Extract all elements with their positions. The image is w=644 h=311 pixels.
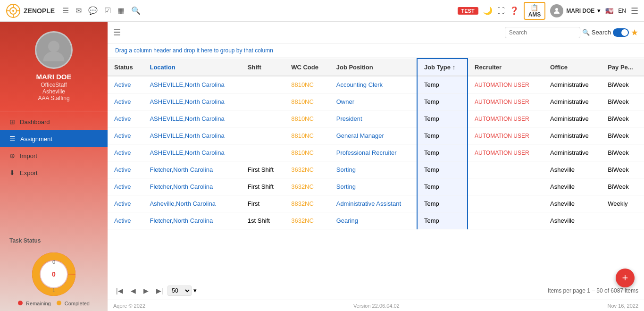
col-header-job-type[interactable]: Job Type ↑ bbox=[417, 59, 468, 76]
cell-pay-period: BiWeek bbox=[601, 127, 644, 144]
import-icon: ⊕ bbox=[9, 152, 15, 160]
avatar-icon bbox=[552, 7, 561, 15]
cell-wc-code: 3632NC bbox=[284, 161, 330, 178]
table-row: Active Fletcher,North Carolina First Shi… bbox=[108, 161, 644, 178]
logo[interactable]: ZENOPLE bbox=[6, 3, 55, 18]
search-container: 🔍 Search ★ bbox=[505, 27, 638, 38]
table-row: Active Fletcher,North Carolina 1st Shift… bbox=[108, 212, 644, 229]
table-header: Status Location Shift WC Code Job Positi… bbox=[108, 59, 644, 76]
calendar-icon[interactable]: ▦ bbox=[117, 6, 125, 15]
sidebar-item-dashboard[interactable]: ⊞ Dashboard bbox=[0, 113, 108, 130]
col-header-shift[interactable]: Shift bbox=[241, 59, 284, 76]
cell-job-position: Owner bbox=[330, 93, 417, 110]
cell-job-type: Temp bbox=[417, 212, 468, 229]
sidebar-item-label-export: Export bbox=[20, 169, 38, 177]
legend-remaining: Remaining bbox=[18, 301, 51, 306]
help-icon[interactable]: ❓ bbox=[510, 6, 519, 15]
last-page-button[interactable]: ▶| bbox=[153, 285, 166, 296]
cell-pay-period: BiWeek bbox=[601, 178, 644, 195]
table-row: Active ASHEVILLE,North Carolina 8810NC P… bbox=[108, 110, 644, 127]
col-header-pay-period[interactable]: Pay Pe... bbox=[601, 59, 644, 76]
cell-location: ASHEVILLE,North Carolina bbox=[143, 144, 241, 161]
cell-status: Active bbox=[108, 212, 143, 229]
more-menu-icon[interactable]: ☰ bbox=[631, 6, 638, 16]
cell-shift bbox=[241, 144, 284, 161]
col-header-job-position[interactable]: Job Position bbox=[330, 59, 417, 76]
cell-status: Active bbox=[108, 76, 143, 93]
svg-point-2 bbox=[12, 10, 14, 12]
ams-label: AMS bbox=[528, 11, 541, 18]
col-header-location[interactable]: Location bbox=[143, 59, 241, 76]
cell-shift bbox=[241, 76, 284, 93]
content-header: ☰ 🔍 Search ★ bbox=[108, 22, 644, 43]
cell-office: Administrative bbox=[544, 127, 601, 144]
logo-text: ZENOPLE bbox=[24, 7, 55, 15]
tasks-icon[interactable]: ☑ bbox=[104, 6, 111, 15]
search-input[interactable] bbox=[505, 27, 580, 38]
donut-top-label: 0 bbox=[52, 259, 55, 265]
first-page-button[interactable]: |◀ bbox=[113, 285, 126, 296]
donut-container: 0 0 1 bbox=[30, 251, 77, 298]
prev-page-button[interactable]: ◀ bbox=[128, 285, 139, 296]
page-size-dropdown-icon: ▾ bbox=[193, 287, 197, 294]
cell-recruiter: AUTOMATION USER bbox=[468, 93, 544, 110]
table-container[interactable]: Drag a column header and drop it here to… bbox=[108, 43, 644, 281]
donut-center-label: 0 bbox=[52, 270, 56, 278]
col-header-status[interactable]: Status bbox=[108, 59, 143, 76]
col-header-wc-code[interactable]: WC Code bbox=[284, 59, 330, 76]
favorite-star-icon[interactable]: ★ bbox=[631, 27, 638, 38]
cell-location: ASHEVILLE,North Carolina bbox=[143, 110, 241, 127]
user-section[interactable]: MARI DOE ▾ bbox=[550, 4, 601, 17]
search-toggle[interactable] bbox=[613, 28, 629, 37]
cell-wc-code: 8832NC bbox=[284, 195, 330, 212]
cell-office: Administrative bbox=[544, 144, 601, 161]
sidebar-item-label-import: Import bbox=[20, 152, 37, 160]
profile-company: AAA Staffing bbox=[38, 95, 69, 101]
chat-icon[interactable]: 💬 bbox=[88, 6, 98, 15]
test-badge: TEST bbox=[458, 7, 478, 15]
sidebar-item-export[interactable]: ⬇ Export bbox=[0, 164, 108, 181]
cell-pay-period: BiWeek bbox=[601, 161, 644, 178]
cell-shift: First bbox=[241, 195, 284, 212]
cell-office: Asheville bbox=[544, 212, 601, 229]
cell-recruiter: AUTOMATION USER bbox=[468, 127, 544, 144]
page-size-select[interactable]: 50 25 100 bbox=[167, 286, 192, 296]
cell-wc-code: 8810NC bbox=[284, 93, 330, 110]
cell-location: ASHEVILLE,North Carolina bbox=[143, 76, 241, 93]
search-nav-icon[interactable]: 🔍 bbox=[131, 6, 141, 15]
flag-icon: 🇺🇸 bbox=[605, 7, 613, 15]
task-status-title: Task Status bbox=[0, 232, 108, 246]
mail-icon[interactable]: ✉ bbox=[75, 6, 82, 15]
cell-job-position: General Manager bbox=[330, 127, 417, 144]
sidebar-item-import[interactable]: ⊕ Import bbox=[0, 147, 108, 164]
profile-location: Asheville bbox=[42, 88, 65, 95]
cell-office: Asheville bbox=[544, 195, 601, 212]
next-page-button[interactable]: ▶ bbox=[141, 285, 151, 296]
user-avatar-small bbox=[550, 4, 563, 17]
sidebar-item-assignment[interactable]: ☰ Assignment bbox=[0, 130, 108, 147]
col-header-recruiter[interactable]: Recruiter bbox=[468, 59, 544, 76]
cell-office: Asheville bbox=[544, 161, 601, 178]
main-layout: MARI DOE OfficeStaff Asheville AAA Staff… bbox=[0, 22, 644, 311]
ams-button[interactable]: 📋 AMS bbox=[524, 2, 546, 20]
dashboard-icon: ⊞ bbox=[9, 118, 15, 126]
cell-job-type: Temp bbox=[417, 178, 468, 195]
cell-status: Active bbox=[108, 161, 143, 178]
avatar bbox=[35, 31, 73, 69]
donut-chart: 0 0 1 Remaining Completed bbox=[0, 246, 108, 311]
cell-wc-code: 8810NC bbox=[284, 144, 330, 161]
cell-location: ASHEVILLE,North Carolina bbox=[143, 127, 241, 144]
cell-pay-period: BiWeek bbox=[601, 110, 644, 127]
cell-location: Fletcher,North Carolina bbox=[143, 178, 241, 195]
sidebar: MARI DOE OfficeStaff Asheville AAA Staff… bbox=[0, 22, 108, 311]
cell-recruiter: AUTOMATION USER bbox=[468, 76, 544, 93]
cell-job-position: Administrative Assistant bbox=[330, 195, 417, 212]
fullscreen-icon[interactable]: ⛶ bbox=[497, 7, 505, 15]
nav-right: TEST 🌙 ⛶ ❓ 📋 AMS MARI DOE ▾ 🇺🇸 EN ☰ bbox=[458, 2, 638, 20]
cell-wc-code: 3632NC bbox=[284, 178, 330, 195]
moon-icon[interactable]: 🌙 bbox=[483, 6, 493, 15]
content-hamburger-icon[interactable]: ☰ bbox=[113, 27, 121, 38]
hamburger-nav-icon[interactable]: ☰ bbox=[62, 6, 69, 15]
fab-add-button[interactable]: + bbox=[616, 269, 635, 287]
col-header-office[interactable]: Office bbox=[544, 59, 601, 76]
